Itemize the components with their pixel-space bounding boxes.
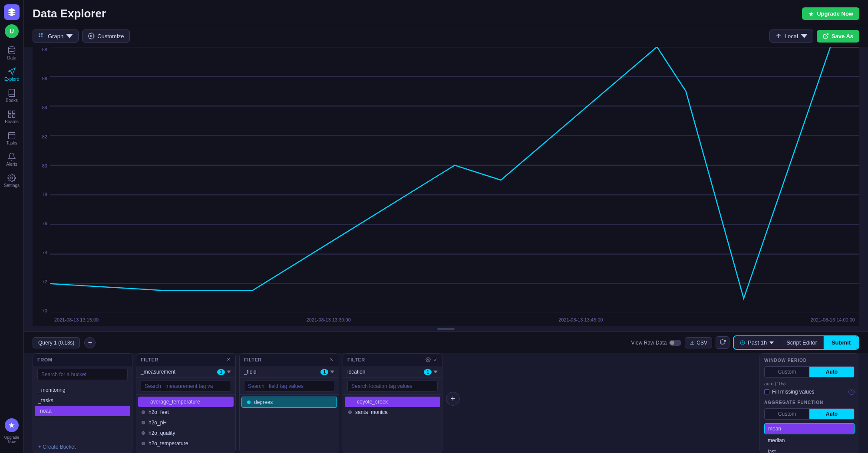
submit-button[interactable]: Submit bbox=[824, 336, 858, 349]
view-raw-data: View Raw Data bbox=[631, 340, 682, 346]
bucket-item-monitoring[interactable]: _monitoring bbox=[33, 385, 132, 395]
chart-area: 88 86 84 82 80 78 76 74 72 70 bbox=[33, 47, 859, 326]
dot-icon bbox=[247, 400, 251, 404]
filter-measurement-panel: Filter _measurement 1 a bbox=[136, 353, 236, 453]
dot-icon bbox=[142, 410, 145, 414]
window-period-auto-text: auto (10s) bbox=[764, 381, 855, 386]
fill-missing-checkbox[interactable] bbox=[764, 389, 769, 394]
main-content: Data Explorer Upgrade Now Graph bbox=[24, 0, 868, 453]
svg-point-34 bbox=[428, 359, 429, 361]
filter1-close-icon[interactable] bbox=[226, 357, 231, 362]
window-period-title: WINDOW PERIOD bbox=[764, 358, 855, 363]
window-period-toggle: Custom Auto bbox=[764, 366, 855, 378]
filter-location-panel: Filter location 1 bbox=[343, 353, 442, 453]
filter3-close-icon[interactable] bbox=[432, 357, 438, 362]
filter1-item-h2o-ph[interactable]: h2o_pH bbox=[136, 417, 235, 428]
filter3-actions bbox=[426, 357, 438, 362]
upgrade-now-sidebar[interactable] bbox=[5, 418, 19, 432]
query-tab[interactable]: Query 1 (0.13s) bbox=[33, 337, 80, 348]
drag-handle[interactable] bbox=[24, 326, 868, 332]
aggregate-item-median[interactable]: median bbox=[764, 435, 855, 446]
svg-rect-3 bbox=[13, 111, 15, 114]
time-range-button[interactable]: Past 1h bbox=[734, 336, 780, 349]
filter2-search-input[interactable] bbox=[244, 381, 334, 392]
save-as-button[interactable]: Save As bbox=[817, 30, 859, 43]
filter1-item-h2o-feet[interactable]: h2o_feet bbox=[136, 407, 235, 417]
filter3-item-coyote-creek[interactable]: coyote_creek bbox=[345, 397, 440, 407]
from-panel-items: _monitoring _tasks noaa bbox=[33, 383, 132, 441]
svg-rect-13 bbox=[39, 36, 40, 37]
page-title: Data Explorer bbox=[33, 7, 106, 20]
sidebar-item-books[interactable]: Books bbox=[0, 85, 23, 106]
filter1-search bbox=[136, 378, 235, 395]
csv-button[interactable]: CSV bbox=[685, 337, 712, 348]
sidebar-item-boards[interactable]: Boards bbox=[0, 106, 23, 128]
dot-icon bbox=[142, 442, 145, 445]
filter2-item-degrees[interactable]: degrees bbox=[241, 397, 337, 408]
filter1-field-select[interactable]: _measurement 1 bbox=[136, 366, 235, 378]
svg-rect-6 bbox=[9, 132, 15, 139]
filter1-actions bbox=[226, 357, 231, 362]
svg-point-15 bbox=[90, 35, 92, 37]
filter3-field-select[interactable]: location 1 bbox=[343, 366, 442, 378]
toolbar-left: Graph Customize bbox=[33, 30, 765, 43]
script-editor-button[interactable]: Script Editor bbox=[780, 336, 824, 349]
filter2-field-select[interactable]: _field 1 bbox=[240, 366, 339, 378]
filter3-settings-icon[interactable] bbox=[426, 357, 431, 362]
sidebar-item-explore[interactable]: Explore bbox=[0, 64, 23, 85]
aggregate-item-last[interactable]: last bbox=[764, 446, 855, 453]
create-bucket-link[interactable]: + Create Bucket bbox=[33, 441, 132, 453]
toggle-knob bbox=[670, 341, 674, 345]
svg-rect-11 bbox=[39, 33, 40, 34]
filter1-item-average-temperature[interactable]: average_temperature bbox=[138, 397, 234, 407]
aggregate-item-mean[interactable]: mean bbox=[764, 423, 855, 434]
query-bar: Query 1 (0.13s) + View Raw Data CSV Past… bbox=[24, 332, 868, 353]
toolbar-right: Local Save As bbox=[769, 30, 859, 43]
sidebar-item-settings[interactable]: Settings bbox=[0, 170, 23, 191]
filter3-header: Filter bbox=[343, 354, 442, 366]
header: Data Explorer Upgrade Now bbox=[24, 0, 868, 25]
filter1-item-h2o-quality[interactable]: h2o_quality bbox=[136, 428, 235, 438]
x-axis: 2021-08-13 13:15:00 2021-08-13 13:30:00 … bbox=[50, 313, 859, 326]
graph-dropdown[interactable]: Graph bbox=[33, 30, 79, 43]
filter3-search-input[interactable] bbox=[347, 381, 438, 392]
filter1-search-input[interactable] bbox=[141, 381, 231, 392]
bucket-search-input[interactable] bbox=[37, 369, 128, 380]
window-period-auto[interactable]: Auto bbox=[809, 367, 854, 377]
filter-field-panel: Filter _field 1 degrees bbox=[239, 353, 339, 453]
sidebar-item-data[interactable]: Data bbox=[0, 43, 23, 64]
customize-button[interactable]: Customize bbox=[82, 30, 129, 43]
filter3-item-santa-monica[interactable]: santa_monica bbox=[343, 407, 442, 417]
svg-line-17 bbox=[825, 34, 828, 36]
filter2-close-icon[interactable] bbox=[329, 357, 334, 362]
svg-point-0 bbox=[9, 47, 15, 49]
sidebar-item-tasks[interactable]: Tasks bbox=[0, 128, 23, 149]
aggregate-custom[interactable]: Custom bbox=[765, 409, 809, 419]
dot-icon bbox=[348, 410, 352, 414]
window-period-custom[interactable]: Custom bbox=[765, 367, 809, 377]
y-axis: 88 86 84 82 80 78 76 74 72 70 bbox=[33, 47, 50, 313]
chart-container: 88 86 84 82 80 78 76 74 72 70 bbox=[33, 47, 859, 326]
time-local-dropdown[interactable]: Local bbox=[769, 30, 813, 43]
filter1-item-h2o-temperature[interactable]: h2o_temperature bbox=[136, 438, 235, 449]
bucket-item-noaa[interactable]: noaa bbox=[35, 406, 130, 416]
app-logo[interactable] bbox=[4, 4, 20, 20]
fill-missing-help[interactable]: ? bbox=[848, 389, 855, 395]
user-avatar[interactable]: U bbox=[5, 24, 19, 38]
dot-icon bbox=[143, 400, 147, 404]
sidebar-item-alerts[interactable]: Alerts bbox=[0, 149, 23, 170]
bucket-item-tasks[interactable]: _tasks bbox=[33, 395, 132, 406]
filter2-actions bbox=[329, 357, 334, 362]
refresh-button[interactable] bbox=[716, 336, 729, 349]
filter2-items: degrees bbox=[240, 395, 339, 453]
fill-missing-row: Fill missing values ? bbox=[764, 389, 855, 395]
add-filter-button[interactable]: + bbox=[446, 392, 460, 406]
svg-rect-14 bbox=[41, 36, 43, 37]
add-query-button[interactable]: + bbox=[84, 337, 96, 348]
upgrade-now-button[interactable]: Upgrade Now bbox=[802, 7, 859, 20]
view-raw-toggle[interactable] bbox=[669, 340, 681, 346]
aggregate-auto[interactable]: Auto bbox=[809, 409, 854, 419]
filter1-header: Filter bbox=[136, 354, 235, 366]
filter2-search bbox=[240, 378, 339, 395]
filter-panels: FROM _monitoring _tasks noaa + Create Bu… bbox=[24, 353, 868, 453]
